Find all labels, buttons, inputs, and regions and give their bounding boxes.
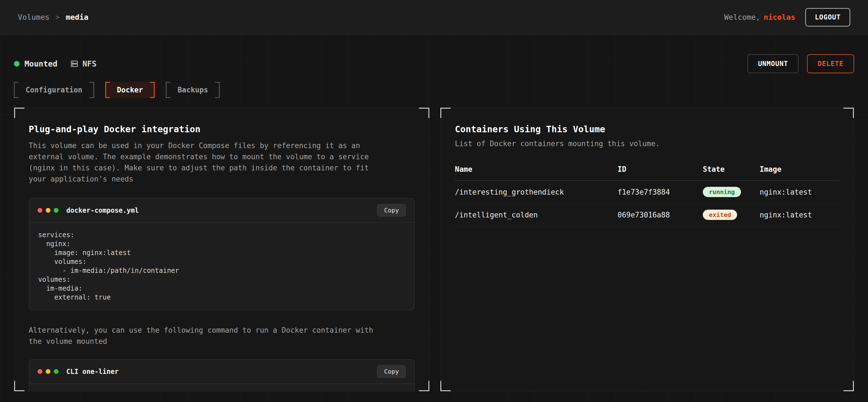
mount-status: Mounted — [14, 59, 57, 68]
top-bar: Volumes > media Welcome,nicolas LOGOUT — [0, 0, 868, 35]
tab-bar: Configuration Docker Backups — [14, 82, 854, 98]
panel-corner-bracket — [440, 381, 451, 392]
containers-table: Name ID State Image /interesting_grothen… — [455, 165, 839, 226]
column-header-name: Name — [455, 165, 618, 173]
window-yellow-dot-icon — [46, 369, 51, 374]
containers-panel-title: Containers Using This Volume — [455, 124, 839, 134]
cli-filename: CLI one-liner — [66, 368, 377, 375]
volume-action-buttons: UNMOUNT DELETE — [747, 54, 854, 73]
username: nicolas — [764, 13, 796, 22]
logout-button[interactable]: LOGOUT — [805, 8, 850, 27]
welcome-text: Welcome,nicolas — [724, 13, 795, 22]
cli-code: docker run -v im-media:/path/in/containe… — [29, 384, 414, 392]
nfs-server-icon — [70, 60, 79, 68]
panel-corner-bracket — [843, 381, 854, 392]
window-green-dot-icon — [54, 369, 59, 374]
cli-code-card-header: CLI one-liner Copy — [29, 360, 414, 384]
container-state-badge: exited — [703, 210, 737, 220]
table-row: /intelligent_colden 069e73016a88 exited … — [455, 203, 839, 226]
main-content: Mounted NFS UNMOUNT DELETE Configuration… — [0, 35, 868, 402]
panel-corner-bracket — [440, 107, 451, 118]
container-name: /intelligent_colden — [455, 211, 618, 219]
panel-corner-bracket — [14, 381, 25, 392]
window-controls — [38, 208, 59, 213]
window-controls — [38, 369, 59, 374]
volume-status-group: Mounted NFS — [14, 59, 97, 68]
containers-panel: Containers Using This Volume List of Doc… — [440, 107, 854, 392]
cli-code-card: CLI one-liner Copy docker run -v im-medi… — [29, 359, 415, 392]
containers-table-header: Name ID State Image — [455, 165, 839, 181]
panel-corner-bracket — [14, 107, 25, 118]
mounted-status-dot-icon — [14, 61, 20, 67]
tab-docker[interactable]: Docker — [105, 82, 155, 98]
docker-panel-description: This volume can be used in your Docker C… — [29, 140, 382, 185]
container-id: f1e73e7f3884 — [618, 188, 703, 196]
column-header-state: State — [703, 165, 760, 173]
delete-button[interactable]: DELETE — [807, 54, 854, 73]
breadcrumb-volumes-link[interactable]: Volumes — [18, 13, 50, 22]
containers-panel-subtitle: List of Docker containers mounting this … — [455, 139, 839, 148]
window-red-dot-icon — [38, 369, 42, 374]
container-image: nginx:latest — [760, 188, 839, 196]
cli-intro-text: Alternatively, you can use the following… — [29, 325, 382, 347]
compose-code-card-header: docker-compose.yml Copy — [29, 199, 414, 223]
column-header-id: ID — [618, 165, 703, 173]
container-name: /interesting_grothendieck — [455, 188, 618, 196]
table-row: /interesting_grothendieck f1e73e7f3884 r… — [455, 181, 839, 203]
container-state-badge: running — [703, 187, 741, 197]
breadcrumb-separator-icon: > — [56, 13, 60, 21]
top-bar-right: Welcome,nicolas LOGOUT — [724, 8, 850, 27]
cli-copy-button[interactable]: Copy — [377, 365, 406, 378]
container-id: 069e73016a88 — [618, 211, 703, 219]
window-green-dot-icon — [54, 208, 59, 213]
mount-status-label: Mounted — [25, 59, 57, 68]
breadcrumb-current-volume: media — [66, 13, 88, 22]
welcome-prefix: Welcome, — [724, 13, 760, 22]
tab-backups[interactable]: Backups — [166, 82, 220, 98]
unmount-button[interactable]: UNMOUNT — [747, 54, 799, 73]
tab-configuration[interactable]: Configuration — [14, 82, 94, 98]
window-red-dot-icon — [38, 208, 42, 213]
docker-panel-title: Plug-and-play Docker integration — [29, 124, 415, 134]
panel-corner-bracket — [843, 107, 854, 118]
volume-status-row: Mounted NFS UNMOUNT DELETE — [14, 54, 854, 73]
compose-copy-button[interactable]: Copy — [377, 204, 406, 216]
panels-container: Plug-and-play Docker integration This vo… — [14, 107, 854, 392]
window-yellow-dot-icon — [46, 208, 51, 213]
panel-corner-bracket — [419, 107, 430, 118]
compose-code: services: nginx: image: nginx:latest vol… — [29, 223, 414, 309]
compose-code-card: docker-compose.yml Copy services: nginx:… — [29, 198, 415, 310]
filesystem-type: NFS — [70, 59, 97, 68]
docker-integration-panel: Plug-and-play Docker integration This vo… — [14, 107, 430, 392]
compose-filename: docker-compose.yml — [66, 207, 377, 214]
column-header-image: Image — [760, 165, 839, 173]
breadcrumb: Volumes > media — [18, 13, 89, 22]
container-image: nginx:latest — [760, 211, 839, 219]
panel-corner-bracket — [419, 381, 430, 392]
fs-type-label: NFS — [83, 59, 97, 68]
